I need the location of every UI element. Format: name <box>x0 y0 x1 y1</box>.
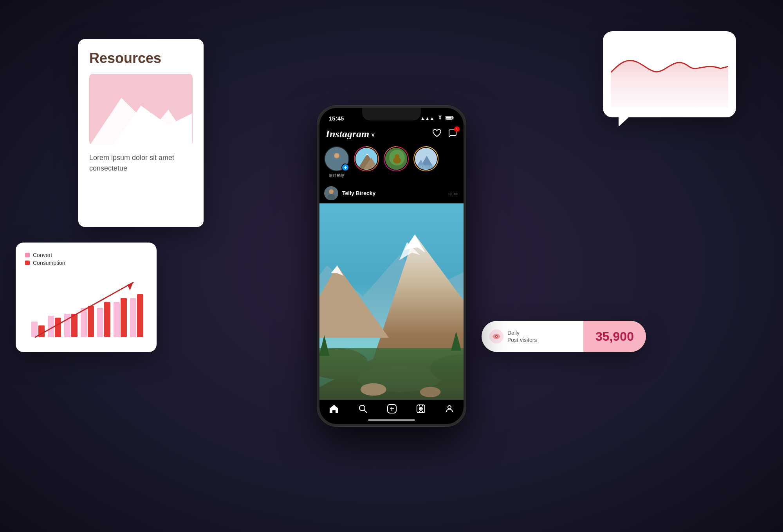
visitors-label-section: Daily Post visitors <box>482 329 583 343</box>
svg-point-66 <box>420 408 421 410</box>
svg-rect-12 <box>104 302 110 337</box>
visitors-card: Daily Post visitors 35,900 <box>482 321 646 352</box>
eye-icon-wrapper <box>489 329 503 343</box>
svg-point-59 <box>359 405 365 411</box>
svg-point-34 <box>395 154 399 159</box>
story-label-3 <box>396 173 397 177</box>
svg-rect-13 <box>114 302 120 337</box>
line-chart-bubble <box>603 31 736 117</box>
phone-container: 15:45 ▲▲▲ <box>317 106 466 426</box>
svg-point-71 <box>448 406 451 409</box>
svg-point-57 <box>361 383 386 396</box>
svg-rect-14 <box>121 298 127 337</box>
stories-row: + 限時動態 <box>319 143 464 183</box>
heart-icon[interactable] <box>432 129 442 140</box>
notification-badge: 1 <box>454 126 460 132</box>
svg-rect-5 <box>48 316 54 337</box>
svg-point-58 <box>420 387 441 397</box>
nav-add-icon[interactable] <box>387 404 397 416</box>
visitors-number: 35,900 <box>595 329 634 344</box>
svg-rect-15 <box>130 298 136 337</box>
visitors-number-section: 35,900 <box>583 321 646 352</box>
messenger-icon[interactable]: 1 <box>448 129 457 140</box>
nav-reels-icon[interactable] <box>416 404 426 416</box>
instagram-header: Instagram ∨ 1 <box>319 125 464 143</box>
post-more-button[interactable]: ··· <box>450 189 459 198</box>
svg-rect-7 <box>64 314 70 337</box>
svg-rect-11 <box>97 308 103 337</box>
story-ring-3 <box>384 146 409 171</box>
resources-body-text: Lorem ipsum dolor sit amet consectetue <box>89 153 193 174</box>
post-avatar <box>324 186 338 200</box>
resources-image <box>89 74 193 145</box>
story-label-2 <box>366 173 367 177</box>
phone-screen: 15:45 ▲▲▲ <box>319 108 464 424</box>
home-indicator <box>368 419 415 421</box>
visitors-label: Daily Post visitors <box>507 329 537 343</box>
nav-profile-icon[interactable] <box>445 404 454 416</box>
wifi-icon <box>437 115 443 121</box>
svg-line-60 <box>364 410 367 413</box>
svg-marker-18 <box>127 282 133 290</box>
chart-area <box>25 271 147 341</box>
story-item-4[interactable] <box>413 146 438 177</box>
story-avatar-3 <box>384 147 408 171</box>
eye-icon <box>493 334 500 339</box>
post-user: Telly Birecky <box>324 186 375 200</box>
bar-chart-card: Convert Consumption <box>16 243 157 352</box>
chevron-down-icon: ∨ <box>371 131 375 138</box>
post-image <box>319 203 464 400</box>
resources-card: Resources Lorem ipsum dolor sit amet con… <box>78 39 204 227</box>
svg-rect-9 <box>81 308 87 337</box>
story-avatar-wrapper-2 <box>354 146 379 171</box>
legend-convert: Convert <box>25 252 147 258</box>
status-time: 15:45 <box>329 115 344 122</box>
story-item-3[interactable] <box>384 146 409 177</box>
chart-legend: Convert Consumption <box>25 252 147 266</box>
story-avatar-4 <box>414 147 438 171</box>
status-icons: ▲▲▲ <box>420 115 454 121</box>
my-story-item[interactable]: + 限時動態 <box>324 146 349 178</box>
legend-label-convert: Convert <box>33 252 52 258</box>
story-add-button[interactable]: + <box>341 164 349 171</box>
my-story-avatar-wrapper: + <box>324 146 349 171</box>
svg-rect-16 <box>137 294 143 337</box>
svg-point-40 <box>329 189 334 194</box>
story-ring-2 <box>354 146 379 171</box>
story-avatar-2 <box>355 147 378 171</box>
story-label-4 <box>426 173 427 177</box>
svg-rect-10 <box>88 306 94 337</box>
nav-search-icon[interactable] <box>358 404 368 416</box>
legend-dot-convert <box>25 253 30 257</box>
resources-title: Resources <box>89 50 193 66</box>
svg-point-26 <box>335 154 339 158</box>
line-chart-svg <box>611 39 728 110</box>
story-item-2[interactable] <box>354 146 379 177</box>
svg-point-41 <box>327 194 335 200</box>
svg-rect-8 <box>71 314 78 337</box>
legend-consumption: Consumption <box>25 260 147 266</box>
phone-notch <box>362 108 421 120</box>
phone-frame: 15:45 ▲▲▲ <box>317 106 466 426</box>
ig-logo-container: Instagram ∨ <box>326 128 375 140</box>
instagram-logo[interactable]: Instagram <box>326 128 369 140</box>
post-header: Telly Birecky ··· <box>319 183 464 203</box>
story-avatar-wrapper-3 <box>384 146 409 171</box>
svg-rect-6 <box>55 318 61 337</box>
svg-point-20 <box>496 336 497 337</box>
ig-header-icons: 1 <box>432 129 457 140</box>
svg-rect-25 <box>332 159 341 164</box>
legend-dot-consumption <box>25 261 30 265</box>
svg-rect-38 <box>415 165 438 171</box>
signal-icon: ▲▲▲ <box>420 116 435 120</box>
post-username: Telly Birecky <box>342 190 375 196</box>
mountain-photo-svg <box>319 203 464 400</box>
nav-home-icon[interactable] <box>329 404 339 416</box>
story-label-mine: 限時動態 <box>329 173 345 178</box>
svg-rect-3 <box>31 322 38 337</box>
legend-label-consumption: Consumption <box>33 260 65 266</box>
story-ring-4 <box>413 146 438 171</box>
chart-svg <box>25 271 147 341</box>
story-avatar-wrapper-4 <box>413 146 438 171</box>
svg-rect-52 <box>319 348 464 400</box>
